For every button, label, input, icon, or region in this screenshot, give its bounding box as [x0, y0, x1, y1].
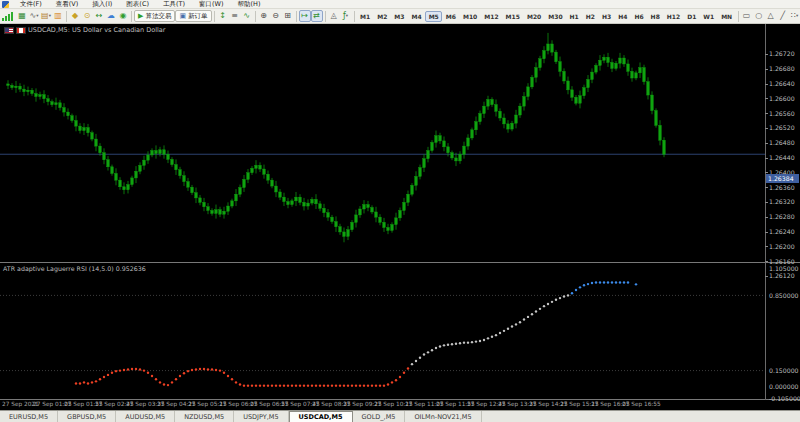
toolbar-separator	[131, 11, 132, 22]
price-tick-mark	[765, 261, 768, 262]
price-tick-label: 1.26120	[769, 272, 795, 279]
menu-item-3[interactable]: 图表(C)	[119, 0, 156, 9]
symbol-tab-oilmn-nov21[interactable]: OILMn-NOV21,M5	[405, 411, 481, 422]
templates-dropdown-icon[interactable]: ▤▾	[40, 10, 52, 22]
new-order-button[interactable]: ▣新订单	[175, 10, 211, 22]
menu-item-5[interactable]: 窗口(W)	[192, 0, 231, 9]
price-tick-mark	[765, 84, 768, 85]
price-tick-label: 1.26520	[769, 124, 795, 131]
zoom-in-icon[interactable]: ⊕	[258, 10, 270, 22]
chart-shift-icon[interactable]: ⇄	[311, 10, 323, 22]
zoom-in-icon-glyph: ⊕	[260, 12, 267, 20]
timeframe-d1[interactable]: D1	[684, 11, 700, 22]
timeframe-m1[interactable]: M1	[357, 11, 374, 22]
menu-item-1[interactable]: 查看(V)	[49, 0, 86, 9]
price-tick-mark	[765, 158, 768, 159]
price-tick-label: 1.26480	[769, 139, 795, 146]
rectangle-tool-icon-glyph: ▭	[743, 12, 751, 20]
timeframe-h2[interactable]: H2	[582, 11, 598, 22]
cloud-icon[interactable]: ☁	[105, 10, 117, 22]
dropdown-arrow-icon: ▾	[346, 14, 348, 19]
price-tick-mark	[765, 128, 768, 129]
dropdown-arrow-icon: ▾	[796, 14, 798, 19]
timeframe-h1[interactable]: H1	[566, 11, 582, 22]
metaeditor-icon[interactable]: ◆	[69, 10, 81, 22]
shapes-dropdown-icon[interactable]: ∷▾	[789, 10, 800, 22]
timeframe-m15[interactable]: M15	[502, 11, 523, 22]
menu-item-6[interactable]: 帮助(H)	[231, 0, 268, 9]
depth-of-market-icon[interactable]: ↕	[217, 10, 229, 22]
price-tick-label: 1.26200	[769, 243, 795, 250]
indicator-tick-label: 0.150000	[769, 367, 799, 374]
current-price-tag: 1.26384	[766, 174, 799, 183]
price-axis-separator	[765, 24, 766, 400]
rectangle-tool-icon[interactable]: ▭	[741, 10, 753, 22]
menu-item-0[interactable]: 文件(F)	[13, 0, 49, 9]
time-axis[interactable]: 27 Sep 202127 Sep 01:0527 Sep 01:5527 Se…	[0, 400, 800, 410]
price-tick-label: 1.26440	[769, 154, 795, 161]
algo-trading-button[interactable]: ▶算法交易	[134, 10, 175, 22]
symbol-tab-eurusd[interactable]: EURUSD,M5	[0, 411, 58, 422]
timeframe-h12[interactable]: H12	[663, 11, 683, 22]
timeframe-w1[interactable]: W1	[700, 11, 718, 22]
symbol-tab-gold_[interactable]: GOLD_,M5	[353, 411, 406, 422]
symbol-tab-audusd[interactable]: AUDUSD,M5	[116, 411, 175, 422]
main-chart-plot[interactable]	[0, 24, 765, 262]
timeframe-m12[interactable]: M12	[481, 11, 502, 22]
auto-scroll-icon[interactable]: ↦	[299, 10, 311, 22]
objects-list-icon[interactable]: ◬	[328, 10, 340, 22]
triangle-tool-icon[interactable]: △	[765, 10, 777, 22]
menu-item-4[interactable]: 工具(T)	[156, 0, 192, 9]
indicator-plot[interactable]	[0, 263, 765, 399]
community-icon[interactable]: ◉	[117, 10, 129, 22]
timeframe-h3[interactable]: H3	[599, 11, 615, 22]
indicator-tick-label: 0.000000	[769, 383, 799, 390]
timeframe-h4[interactable]: H4	[615, 11, 631, 22]
zoom-out-icon[interactable]: ⊖	[270, 10, 282, 22]
metaeditor-icon-glyph: ◆	[72, 12, 78, 20]
zoom-out-icon-glyph: ⊖	[272, 12, 279, 20]
timeframe-mn[interactable]: MN	[718, 11, 736, 22]
price-tick-label: 1.26280	[769, 213, 795, 220]
grid-icon[interactable]: ⊞	[282, 10, 294, 22]
timeframe-m6[interactable]: M6	[442, 11, 459, 22]
menu-item-2[interactable]: 插入(I)	[85, 0, 119, 9]
symbol-tab-gbpusd[interactable]: GBPUSD,M5	[58, 411, 116, 422]
symbol-tab-usdcad[interactable]: USDCAD,M5	[289, 411, 353, 422]
toolbar-separator	[354, 11, 355, 22]
timeframe-m4[interactable]: M4	[408, 11, 425, 22]
chart-line-icon[interactable]: ∿	[241, 10, 253, 22]
symbol-tab-nzdusd[interactable]: NZDUSD,M5	[175, 411, 234, 422]
connect-icon[interactable]: ↔	[93, 10, 105, 22]
timeframe-m5[interactable]: M5	[425, 11, 442, 22]
price-tick-mark	[765, 113, 768, 114]
toolbar-separator	[325, 11, 326, 22]
main-chart-pane[interactable]	[0, 24, 800, 262]
new-order-button-label: 新订单	[188, 12, 208, 21]
indicators-dropdown-icon[interactable]: ƒ▾	[340, 10, 352, 22]
timeframe-m10[interactable]: M10	[459, 11, 480, 22]
chart-bars-icon[interactable]: ≡	[229, 10, 241, 22]
price-tick-mark	[765, 217, 768, 218]
timeframe-m3[interactable]: M3	[391, 11, 408, 22]
ellipse-tool-icon-glyph: ○	[755, 12, 762, 20]
community-icon-glyph: ◉	[120, 12, 127, 20]
ellipse-tool-icon[interactable]: ○	[753, 10, 765, 22]
timeframe-m30[interactable]: M30	[545, 11, 566, 22]
market-watch-icon[interactable]: ▥	[52, 10, 64, 22]
timeframe-h6[interactable]: H6	[631, 11, 647, 22]
timeframe-m20[interactable]: M20	[523, 11, 544, 22]
trendline-tool-icon[interactable]: ╱	[777, 10, 789, 22]
algo-lock-icon[interactable]: ⊙	[81, 10, 93, 22]
toolbar-separator	[255, 11, 256, 22]
new-chart-icon[interactable]: ▦	[16, 10, 28, 22]
dropdown-arrow-icon: ▾	[49, 14, 51, 19]
toolbar-separator	[66, 11, 67, 22]
profiles-dropdown-icon[interactable]: ∿▾	[28, 10, 40, 22]
indicator-pane[interactable]	[0, 263, 800, 399]
timeframe-h8[interactable]: H8	[647, 11, 663, 22]
new-chart-icon-glyph: ▦	[18, 12, 26, 20]
symbol-tab-usdjpy[interactable]: USDJPY,M5	[234, 411, 288, 422]
timeframe-m2[interactable]: M2	[374, 11, 391, 22]
price-tick-label: 1.26320	[769, 198, 795, 205]
